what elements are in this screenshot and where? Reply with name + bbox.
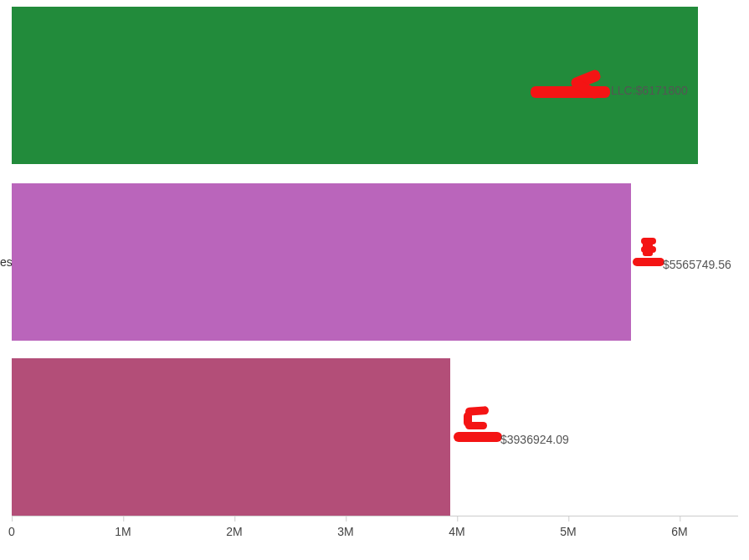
bar-3 bbox=[12, 358, 450, 516]
bar-llc bbox=[12, 7, 698, 164]
chart-container: LLC:$6171800 es $5565749.56 $3936924.09 … bbox=[0, 0, 749, 560]
x-axis: 0 1M 2M 3M 4M 5M 6M bbox=[12, 516, 738, 549]
bar-label-es: $5565749.56 bbox=[663, 258, 731, 271]
bar-label-3: $3936924.09 bbox=[500, 433, 569, 446]
x-tick-4m: 4M bbox=[449, 516, 464, 538]
y-axis-label-partial: es bbox=[0, 255, 13, 269]
x-tick-0: 0 bbox=[8, 516, 15, 538]
bar-label-llc: LLC:$6171800 bbox=[611, 84, 688, 97]
x-tick-5m: 5M bbox=[560, 516, 576, 538]
bar-es bbox=[12, 183, 631, 341]
x-tick-6m: 6M bbox=[671, 516, 687, 538]
x-tick-2m: 2M bbox=[226, 516, 242, 538]
x-tick-3m: 3M bbox=[337, 516, 353, 538]
x-tick-1m: 1M bbox=[115, 516, 131, 538]
plot-area: LLC:$6171800 es $5565749.56 $3936924.09 bbox=[12, 7, 738, 516]
